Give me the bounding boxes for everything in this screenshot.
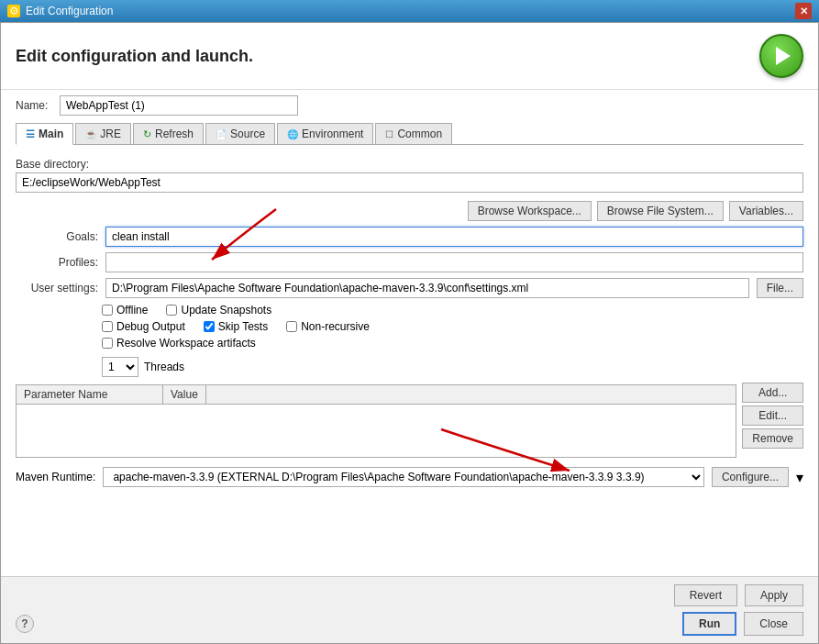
resolve-workspace-checkbox-label[interactable]: Resolve Workspace artifacts — [102, 337, 256, 350]
page-title: Edit configuration and launch. — [16, 47, 253, 66]
goals-label: Goals: — [16, 230, 98, 243]
update-snapshots-checkbox[interactable] — [166, 305, 177, 316]
run-btn[interactable]: Run — [682, 612, 736, 636]
app-icon: ⚙ — [7, 5, 20, 17]
close-button[interactable]: ✕ — [795, 3, 812, 19]
tabs-row: ☰ Main ☕ JRE ↻ Refresh 📄 Source 🌐 Enviro… — [16, 123, 803, 145]
browse-filesystem-btn[interactable]: Browse File System... — [597, 201, 724, 221]
bottom-bar: Revert Apply ? Run Close — [1, 576, 818, 643]
user-settings-input[interactable] — [105, 278, 749, 298]
parameters-table: Parameter Name Value — [16, 384, 736, 458]
threads-label: Threads — [144, 361, 184, 373]
threads-row: 1 2 3 4 Threads — [102, 357, 803, 377]
apply-btn[interactable]: Apply — [745, 584, 803, 606]
edit-btn[interactable]: Edit... — [742, 405, 803, 426]
tab-source[interactable]: 📄 Source — [205, 123, 275, 144]
skip-tests-label: Skip Tests — [218, 320, 268, 333]
run-button-header[interactable] — [759, 34, 803, 78]
base-dir-section: Base directory: — [16, 158, 803, 193]
remove-btn[interactable]: Remove — [742, 428, 803, 449]
debug-output-label: Debug Output — [116, 320, 185, 333]
name-input[interactable] — [60, 95, 298, 116]
skip-tests-checkbox[interactable] — [204, 321, 215, 332]
non-recursive-checkbox[interactable] — [286, 321, 297, 332]
checkbox-row-1: Offline Update Snapshots — [102, 304, 803, 316]
tab-jre[interactable]: ☕ JRE — [75, 123, 131, 144]
close-btn[interactable]: Close — [744, 612, 803, 636]
base-dir-input[interactable] — [16, 172, 803, 193]
maven-runtime-select[interactable]: apache-maven-3.3.9 (EXTERNAL D:\Program … — [103, 467, 704, 487]
configure-btn[interactable]: Configure... — [712, 467, 789, 487]
form-section: Base directory: Browse Workspace... Brow… — [16, 152, 803, 487]
debug-output-checkbox[interactable] — [102, 321, 113, 332]
param-name-header: Parameter Name — [17, 385, 163, 404]
user-settings-row: User settings: File... — [16, 278, 803, 298]
value-header: Value — [163, 385, 206, 404]
goals-row: Goals: — [16, 227, 803, 247]
tab-main[interactable]: ☰ Main — [16, 123, 73, 145]
debug-output-checkbox-label[interactable]: Debug Output — [102, 320, 185, 333]
checkboxes-area: Offline Update Snapshots Debug Output Sk… — [102, 304, 803, 350]
table-header: Parameter Name Value — [17, 385, 736, 405]
table-inner: Parameter Name Value — [16, 383, 736, 458]
offline-checkbox-label[interactable]: Offline — [102, 304, 148, 316]
resolve-workspace-label: Resolve Workspace artifacts — [116, 337, 256, 350]
title-bar: ⚙ Edit Configuration ✕ — [0, 0, 819, 22]
profiles-input[interactable] — [105, 252, 803, 272]
tab-environment[interactable]: 🌐 Environment — [277, 123, 373, 144]
skip-tests-checkbox-label[interactable]: Skip Tests — [204, 320, 268, 333]
offline-checkbox[interactable] — [102, 305, 113, 316]
user-settings-label: User settings: — [16, 282, 98, 294]
profiles-label: Profiles: — [16, 256, 98, 269]
offline-label: Offline — [116, 304, 148, 316]
run-close-row: Run Close — [682, 612, 803, 636]
profiles-row: Profiles: — [16, 252, 803, 272]
threads-select[interactable]: 1 2 3 4 — [102, 357, 138, 377]
base-dir-label: Base directory: — [16, 158, 803, 171]
add-btn[interactable]: Add... — [742, 383, 803, 403]
variables-btn[interactable]: Variables... — [729, 201, 803, 221]
maven-runtime-label: Maven Runtime: — [16, 471, 95, 483]
resolve-workspace-checkbox[interactable] — [102, 338, 113, 349]
browse-row: Browse Workspace... Browse File System..… — [16, 201, 803, 221]
update-snapshots-label: Update Snapshots — [181, 304, 271, 316]
revert-apply-row: Revert Apply — [16, 584, 803, 606]
help-btn[interactable]: ? — [16, 615, 34, 633]
main-window: Edit configuration and launch. Name: ☰ M… — [0, 22, 819, 644]
revert-btn[interactable]: Revert — [674, 584, 737, 606]
dropdown-arrow-icon[interactable]: ▾ — [796, 469, 803, 486]
tab-common[interactable]: ☐ Common — [375, 123, 452, 144]
file-btn[interactable]: File... — [757, 278, 803, 298]
checkbox-row-3: Resolve Workspace artifacts — [102, 337, 803, 350]
table-body — [17, 405, 736, 457]
non-recursive-label: Non-recursive — [301, 320, 370, 333]
goals-input[interactable] — [105, 227, 803, 247]
checkbox-row-2: Debug Output Skip Tests Non-recursive — [102, 320, 803, 333]
non-recursive-checkbox-label[interactable]: Non-recursive — [286, 320, 370, 333]
play-icon — [776, 47, 791, 65]
content-area: Base directory: Browse Workspace... Brow… — [1, 145, 818, 576]
maven-runtime-row: Maven Runtime: apache-maven-3.3.9 (EXTER… — [16, 467, 803, 487]
table-wrapper: Parameter Name Value Add... Edit... Remo… — [16, 383, 803, 458]
name-section: Name: ☰ Main ☕ JRE ↻ Refresh 📄 Source 🌐 — [1, 90, 818, 145]
title-bar-title: Edit Configuration — [26, 5, 113, 17]
tab-refresh[interactable]: ↻ Refresh — [133, 123, 204, 144]
name-label: Name: — [16, 99, 52, 112]
update-snapshots-checkbox-label[interactable]: Update Snapshots — [166, 304, 271, 316]
bottom-action-row: ? Run Close — [16, 612, 803, 636]
browse-workspace-btn[interactable]: Browse Workspace... — [468, 201, 592, 221]
table-side-buttons: Add... Edit... Remove — [742, 383, 803, 449]
header-area: Edit configuration and launch. — [1, 23, 818, 90]
